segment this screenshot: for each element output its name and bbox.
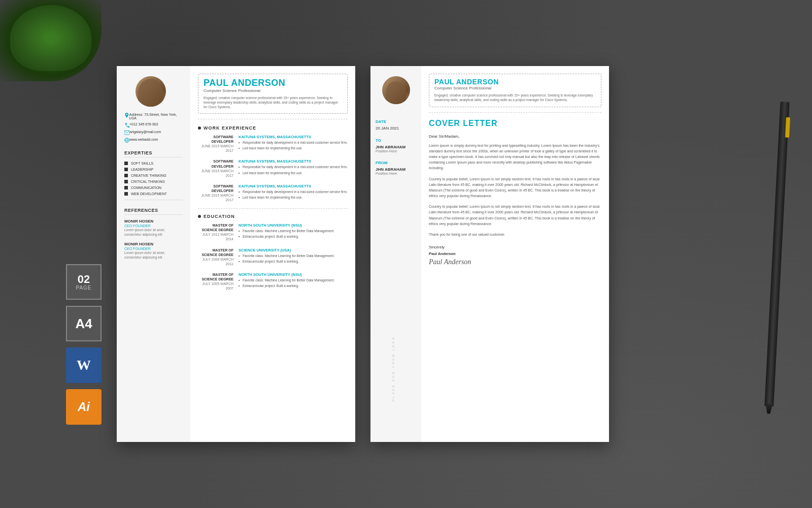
website-text: www.webadd.com: [129, 138, 158, 141]
avatar: [136, 76, 166, 107]
cover-to-label: TO: [376, 138, 416, 143]
work-entry-3-content: KAITUNA SYSTEMS, MASSACHUSETTS Responsib…: [239, 184, 348, 202]
expertise-item-communication: COMMUNICATION: [124, 186, 183, 189]
work-experience-title: WORK EXPERIENCE: [204, 125, 256, 131]
page-size-badge: A4: [66, 306, 101, 341]
edu-entry-1-bullet-2: Extracurricular project: Built a working…: [239, 234, 348, 239]
work-entry-2-bullet-2: Led trace team for implementing the use.: [239, 171, 348, 175]
expertise-label-critical: CRITICAL THINKING: [131, 180, 165, 183]
expertise-label-web: WEB DEVELOPMENT: [131, 192, 167, 196]
cover-body-3: Country to popular belief, Lorem Ipsum i…: [429, 204, 601, 227]
expertise-bullet: [124, 168, 128, 171]
cover-header-text: PAUL ANDERSON Computer Science Professio…: [429, 74, 601, 107]
cover-avatar: [382, 76, 410, 104]
cover-thank-you: Thank you for being one of our valued cu…: [429, 232, 601, 237]
phone-icon: [124, 122, 129, 128]
cover-salutation: Dear Sir/Madam,: [429, 134, 601, 139]
contact-address: Address: 73-Street, New York, USA: [124, 113, 183, 120]
edu-entry-2-content: SCIENCE UNIVERSITY (USA) Favorite class:…: [239, 248, 348, 266]
ai-badge: Ai: [66, 389, 101, 425]
expertise-item-soft-skills: SOFT SKILLS: [124, 162, 183, 165]
expertise-item-leadership: LEADERSHIP: [124, 168, 183, 171]
page-label: PAGE: [76, 285, 91, 291]
pen-decoration: [764, 102, 789, 406]
cover-letter-main: PAUL ANDERSON Computer Science Professio…: [421, 66, 609, 442]
edu-entry-1: MASTER OF SCIENCE DEGREE July 2012 March…: [198, 223, 348, 241]
cover-body-1: Lorem ipsum is simply dummy text for pri…: [429, 143, 601, 171]
resume-name: PAUL ANDERSON: [204, 78, 342, 88]
word-badge: W: [66, 347, 101, 383]
resume-job-title: Computer Science Professional: [204, 88, 342, 93]
cover-letter-page: DATE 20 JAN 2021 TO JHN ABRAHAM Position…: [370, 66, 609, 442]
edu-entry-2-bullet-2: Extracurricular project: Built a working…: [239, 259, 348, 264]
cover-date-value: 20 JAN 2021: [376, 126, 416, 131]
ref1-title: CEO FOUNDER: [124, 224, 183, 228]
work-entry-3-bullet-1: Responsible for daily development in a m…: [239, 189, 348, 194]
work-entry-1-content: KAITUNA SYSTEMS, MASSACHUSETTS Responsib…: [239, 135, 348, 153]
resume-page: Address: 73-Street, New York, USA +012 3…: [117, 66, 355, 442]
work-entry-2-company: KAITUNA SYSTEMS, MASSACHUSETTS: [239, 159, 348, 164]
email-text: artgalary@mail.com: [129, 130, 161, 134]
plant-decoration: [0, 0, 101, 81]
cover-to-position: Position Here: [376, 149, 416, 153]
references-section-title: REFERENCES: [124, 208, 183, 215]
expertise-bullet: [124, 180, 128, 183]
section-divider-1: [198, 208, 348, 209]
work-entry-2-content: KAITUNA SYSTEMS, MASSACHUSETTS Responsib…: [239, 159, 348, 177]
work-entry-1: SOFTWARE DEVELOPER June 2015 March 2017 …: [198, 135, 348, 153]
expertise-bullet: [124, 162, 128, 165]
edu-entry-2: MASTER OF SCIENCE DEGREE July 2008 March…: [198, 248, 348, 266]
work-entry-1-bullet-1: Responsible for daily development in a m…: [239, 140, 348, 145]
edu-entry-1-bullet-1: Favorite class: Machine Learning for Bet…: [239, 229, 348, 233]
cover-job-title: Computer Science Professional: [434, 86, 596, 90]
cover-name: PAUL ANDERSON: [434, 78, 596, 86]
cover-from-name: JHN ABRAHAM: [376, 167, 416, 172]
reference-1: MONIR HOSEN CEO FOUNDER Lorem ipsum dolo…: [124, 219, 183, 237]
expertise-bullet: [124, 174, 128, 177]
edu-entry-3-bullet-1: Favorite class: Machine Learning for Bet…: [239, 278, 348, 282]
side-badges: 02 PAGE A4 W Ai: [66, 264, 101, 425]
expertise-label-communication: COMMUNICATION: [131, 186, 161, 189]
work-entry-1-company: KAITUNA SYSTEMS, MASSACHUSETTS: [239, 135, 348, 139]
work-entry-1-bullet-2: Led trace team for implementing the use.: [239, 146, 348, 150]
edu-entry-1-content: NORTH SOUTH UNIVERSITY (NSU) Favorite cl…: [239, 223, 348, 241]
expertise-bullet: [124, 192, 128, 196]
expertise-label-leadership: LEADERSHIP: [131, 168, 153, 171]
page-count-number: 02: [78, 274, 90, 285]
pages-container: Address: 73-Street, New York, USA +012 3…: [117, 66, 609, 442]
contact-email: artgalary@mail.com: [124, 130, 183, 135]
place-for-logo-label: place for your logo: [392, 336, 395, 401]
resume-header-text: PAUL ANDERSON Computer Science Professio…: [198, 74, 348, 114]
resume-summary: Engaged, creative computer science profe…: [204, 96, 342, 109]
resume-main: PAUL ANDERSON Computer Science Professio…: [190, 66, 355, 442]
ref2-name: MONIR HOSEN: [124, 242, 183, 246]
section-dot-edu: [198, 215, 201, 218]
page-count-badge: 02 PAGE: [66, 264, 101, 300]
cover-to-name: JHN ABRAHAM: [376, 145, 416, 149]
work-entry-3: SOFTWARE DEVELOPER June 2015 March 2017 …: [198, 184, 348, 202]
email-icon: [124, 130, 129, 135]
work-entry-1-role: SOFTWARE DEVELOPER June 2015 March 2017: [198, 135, 239, 153]
expertise-label-soft: SOFT SKILLS: [131, 162, 153, 165]
cover-body-2: Country to popular belief, Lorem Ipsum i…: [429, 176, 601, 199]
web-icon: [124, 138, 129, 143]
edu-entry-1-degree: MASTER OF SCIENCE DEGREE July 2012 March…: [198, 223, 239, 241]
word-icon: W: [77, 357, 91, 373]
work-entry-3-company: KAITUNA SYSTEMS, MASSACHUSETTS: [239, 184, 348, 188]
cover-header: PAUL ANDERSON Computer Science Professio…: [429, 74, 601, 113]
ref2-text: Lorem ipsum dolor sit amet, consectetur …: [124, 250, 183, 260]
cover-closing: Sincerely: [429, 245, 601, 249]
expertise-bullet: [124, 186, 128, 189]
expertise-section-title: EXPERTIES: [124, 150, 183, 157]
cover-avatar-silhouette: [386, 81, 406, 104]
ref2-title: CEO FOUNDER: [124, 247, 183, 250]
resume-sidebar: Address: 73-Street, New York, USA +012 3…: [117, 66, 190, 442]
expertise-label-creative: CREATIVE THINKING: [131, 174, 166, 177]
section-dot: [198, 126, 201, 130]
contact-website: www.webadd.com: [124, 138, 183, 143]
work-experience-section: WORK EXPERIENCE: [198, 125, 348, 131]
cover-summary: Engaged, creative computer science profe…: [434, 93, 596, 102]
work-entry-3-role: SOFTWARE DEVELOPER June 2015 March 2017: [198, 184, 239, 202]
cover-signature-name: Paul Anderson: [429, 251, 601, 256]
avatar-silhouette: [138, 79, 163, 107]
